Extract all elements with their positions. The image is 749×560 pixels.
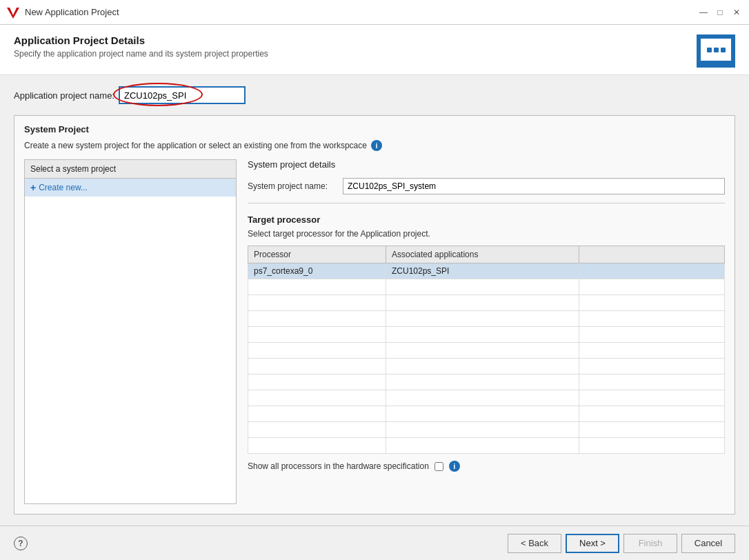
create-new-plus-icon: +: [30, 182, 36, 193]
left-panel-header: Select a system project: [25, 160, 236, 179]
footer: ? < Back Next > Finish Cancel: [0, 526, 749, 560]
cell-processor: [248, 406, 386, 422]
cell-associated: [386, 279, 579, 295]
cell-processor: [248, 327, 386, 343]
maximize-button[interactable]: □: [715, 7, 726, 18]
table-row: [248, 406, 725, 422]
cell-associated: [386, 390, 579, 406]
cell-processor: ps7_cortexa9_0: [248, 263, 386, 279]
cell-extra: [579, 327, 725, 343]
titlebar-left: New Application Project: [7, 6, 119, 19]
cell-extra: [579, 295, 725, 311]
app-name-input[interactable]: [119, 86, 246, 104]
right-panel: System project details System project na…: [248, 159, 725, 472]
cell-extra: [579, 438, 725, 454]
sp-name-label: System project name:: [248, 181, 337, 191]
cell-associated: [386, 438, 579, 454]
cell-processor: [248, 295, 386, 311]
group-subtitle: Create a new system project for the appl…: [24, 140, 725, 151]
page-subtitle: Specify the application project name and…: [14, 49, 268, 59]
info-icon-1[interactable]: i: [371, 140, 382, 151]
table-row: [248, 359, 725, 374]
table-row: [248, 374, 725, 390]
header-icon-dots: [707, 48, 726, 52]
table-row: [248, 311, 725, 327]
app-name-row: Application project name:: [14, 86, 735, 104]
main-content: Application project name: System Project…: [0, 75, 749, 526]
cell-associated: [386, 374, 579, 390]
left-panel: Select a system project + Create new...: [24, 159, 237, 504]
cell-extra: [579, 374, 725, 390]
dot-3: [721, 48, 726, 52]
header-icon-inner: [701, 39, 731, 61]
col-processor: Processor: [248, 246, 386, 263]
cell-processor: [248, 343, 386, 359]
cell-processor: [248, 359, 386, 374]
cell-extra: [579, 390, 725, 406]
help-icon[interactable]: ?: [14, 537, 28, 550]
table-row: [248, 438, 725, 454]
header-text: Application Project Details Specify the …: [14, 34, 268, 59]
app-name-label: Application project name:: [14, 90, 114, 101]
system-project-group: System Project Create a new system proje…: [14, 115, 735, 514]
target-processor-subtitle: Select target processor for the Applicat…: [248, 229, 725, 239]
target-processor-title: Target processor: [248, 214, 725, 225]
cell-extra: [579, 263, 725, 279]
cancel-button[interactable]: Cancel: [681, 534, 735, 553]
system-project-name-row: System project name:: [248, 178, 725, 203]
app-name-wrapper: [119, 86, 735, 104]
cell-extra: [579, 359, 725, 374]
table-row: [248, 390, 725, 406]
header-icon: [697, 34, 735, 68]
finish-button[interactable]: Finish: [623, 534, 677, 553]
back-button[interactable]: < Back: [508, 534, 561, 553]
cell-processor: [248, 279, 386, 295]
cell-associated: [386, 422, 579, 438]
target-processor-section: Target processor Select target processor…: [248, 214, 725, 472]
col-extra: [579, 246, 725, 263]
footer-buttons: < Back Next > Finish Cancel: [508, 534, 735, 553]
system-project-name-input[interactable]: [343, 178, 725, 194]
footer-left: ?: [14, 537, 28, 550]
col-associated: Associated applications: [386, 246, 579, 263]
titlebar-controls: — □ ✕: [698, 7, 742, 18]
show-all-checkbox[interactable]: [435, 462, 443, 471]
cell-extra: [579, 343, 725, 359]
cell-associated: [386, 311, 579, 327]
dot-2: [714, 48, 719, 52]
titlebar: New Application Project — □ ✕: [0, 0, 749, 25]
cell-associated: ZCU102ps_SPI: [386, 263, 579, 279]
table-row: [248, 343, 725, 359]
minimize-button[interactable]: —: [698, 7, 709, 18]
group-subtitle-text: Create a new system project for the appl…: [24, 141, 367, 150]
page-title: Application Project Details: [14, 34, 268, 46]
table-row: [248, 327, 725, 343]
cell-associated: [386, 359, 579, 374]
show-all-row: Show all processors in the hardware spec…: [248, 461, 725, 472]
create-new-item[interactable]: + Create new...: [25, 179, 236, 197]
cell-associated: [386, 343, 579, 359]
cell-processor: [248, 374, 386, 390]
header: Application Project Details Specify the …: [0, 25, 749, 75]
cell-extra: [579, 279, 725, 295]
vitis-icon: [7, 6, 19, 19]
table-row[interactable]: ps7_cortexa9_0 ZCU102ps_SPI: [248, 263, 725, 279]
cell-processor: [248, 311, 386, 327]
close-button[interactable]: ✕: [731, 7, 742, 18]
processor-table: Processor Associated applications ps7_co…: [248, 246, 725, 454]
info-icon-2[interactable]: i: [449, 461, 460, 472]
group-title: System Project: [24, 124, 725, 134]
cell-extra: [579, 406, 725, 422]
cell-processor: [248, 438, 386, 454]
cell-associated: [386, 327, 579, 343]
cell-associated: [386, 406, 579, 422]
next-button[interactable]: Next >: [566, 534, 619, 553]
two-col-layout: Select a system project + Create new... …: [24, 159, 725, 504]
table-row: [248, 422, 725, 438]
titlebar-title: New Application Project: [25, 7, 119, 17]
show-all-label: Show all processors in the hardware spec…: [248, 461, 429, 471]
cell-extra: [579, 422, 725, 438]
cell-processor: [248, 390, 386, 406]
svg-marker-0: [7, 8, 19, 19]
dot-1: [707, 48, 712, 52]
